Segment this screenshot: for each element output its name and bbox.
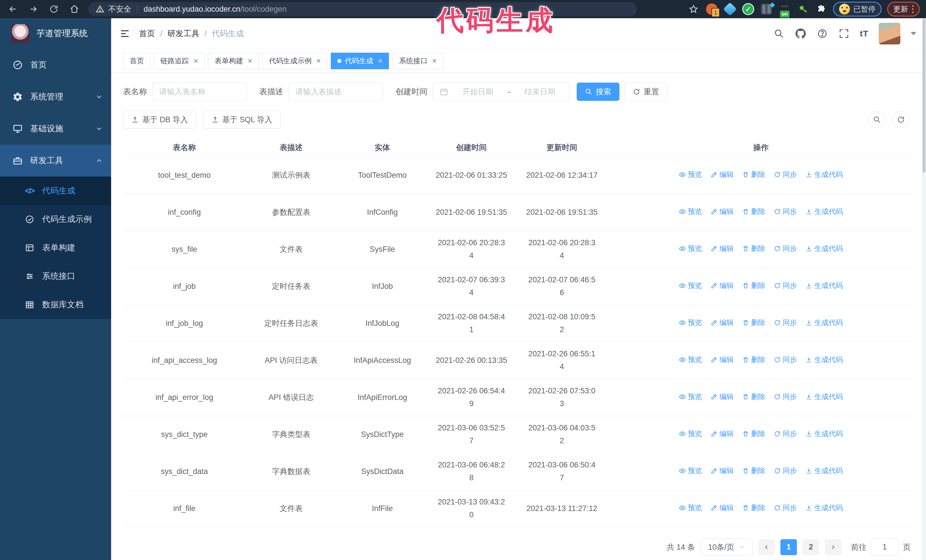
breadcrumb-devtools[interactable]: 研发工具 [168, 28, 200, 39]
prev-page-button[interactable] [758, 539, 775, 555]
table-desc-input[interactable] [288, 83, 383, 101]
delete-action-link[interactable]: 删除 [742, 354, 765, 365]
generate-action-link[interactable]: 生成代码 [805, 169, 843, 180]
close-icon[interactable]: × [248, 57, 252, 65]
sidebar-subitem-codegen-example[interactable]: 代码生成示例 [0, 205, 111, 234]
delete-action-link[interactable]: 删除 [742, 206, 765, 217]
star-icon[interactable] [687, 3, 700, 15]
db-import-button[interactable]: 基于 DB 导入 [123, 110, 196, 129]
close-icon[interactable]: × [378, 57, 382, 65]
chevron-down-icon[interactable] [911, 32, 916, 35]
close-icon[interactable]: × [316, 57, 321, 65]
preview-action-link[interactable]: 预览 [679, 243, 702, 254]
generate-action-link[interactable]: 生成代码 [805, 206, 843, 217]
sidebar-subitem-codegen[interactable]: </>代码生成 [0, 177, 111, 205]
sidebar-item-home[interactable]: 首页 [0, 49, 111, 81]
delete-action-link[interactable]: 删除 [742, 428, 765, 439]
edit-action-link[interactable]: 编辑 [711, 354, 734, 365]
reload-icon[interactable] [47, 3, 61, 16]
sql-import-button[interactable]: 基于 SQL 导入 [203, 110, 281, 129]
goto-page-input[interactable] [871, 539, 898, 556]
preview-action-link[interactable]: 预览 [679, 465, 702, 477]
edit-action-link[interactable]: 编辑 [711, 465, 734, 477]
sync-action-link[interactable]: 同步 [774, 428, 797, 439]
preview-action-link[interactable]: 预览 [679, 317, 702, 328]
generate-action-link[interactable]: 生成代码 [805, 280, 843, 291]
preview-action-link[interactable]: 预览 [679, 428, 702, 439]
update-button[interactable]: 更新 [887, 2, 920, 17]
sync-action-link[interactable]: 同步 [774, 465, 797, 477]
delete-action-link[interactable]: 删除 [742, 391, 765, 403]
check-extension-icon[interactable]: ✓ [742, 3, 755, 15]
key-extension-icon[interactable] [797, 3, 809, 15]
tab-tracing[interactable]: 链路追踪× [154, 53, 204, 69]
tab-codegen[interactable]: 代码生成× [331, 53, 389, 69]
generate-action-link[interactable]: 生成代码 [805, 354, 843, 365]
delete-action-link[interactable]: 删除 [742, 243, 765, 254]
sync-action-link[interactable]: 同步 [774, 502, 797, 513]
adblock-extension-icon[interactable]: 1 [705, 3, 718, 15]
page-button-1[interactable]: 1 [781, 539, 797, 555]
fullscreen-icon[interactable] [838, 28, 850, 39]
tab-form-builder[interactable]: 表单构建× [208, 53, 259, 69]
edit-action-link[interactable]: 编辑 [711, 243, 734, 254]
sync-action-link[interactable]: 同步 [774, 280, 797, 291]
generate-action-link[interactable]: 生成代码 [805, 428, 843, 439]
date-range-picker[interactable]: 开始日期 - 结束日期 [433, 83, 570, 101]
page-button-2[interactable]: 2 [803, 539, 819, 555]
edit-action-link[interactable]: 编辑 [711, 169, 734, 180]
back-icon[interactable] [6, 3, 20, 16]
sync-action-link[interactable]: 同步 [774, 169, 797, 180]
sidebar-subitem-db-doc[interactable]: 数据库文档 [0, 291, 111, 319]
breadcrumb-home[interactable]: 首页 [139, 28, 155, 39]
columns-extension-icon[interactable]: ◆ [760, 3, 773, 15]
scrollbar[interactable] [922, 18, 926, 560]
generate-action-link[interactable]: 生成代码 [805, 317, 843, 328]
github-icon[interactable] [795, 28, 806, 39]
scrollbar-thumb[interactable] [923, 19, 925, 173]
preview-action-link[interactable]: 预览 [679, 391, 702, 403]
sync-action-link[interactable]: 同步 [774, 206, 797, 217]
sync-action-link[interactable]: 同步 [774, 354, 797, 365]
preview-action-link[interactable]: 预览 [679, 280, 702, 291]
sidebar-item-infra[interactable]: 基础设施 [0, 113, 111, 145]
generate-action-link[interactable]: 生成代码 [805, 502, 843, 513]
page-size-select[interactable]: 10条/页 [701, 539, 752, 556]
delete-action-link[interactable]: 删除 [742, 280, 765, 291]
generate-action-link[interactable]: 生成代码 [805, 391, 843, 403]
close-icon[interactable]: × [194, 57, 198, 65]
puzzle-extensions-icon[interactable] [815, 3, 828, 15]
browser-menu-icon[interactable] [912, 5, 914, 13]
edit-action-link[interactable]: 编辑 [711, 280, 734, 291]
close-icon[interactable]: × [432, 57, 436, 65]
table-name-input[interactable] [152, 83, 247, 101]
delete-action-link[interactable]: 删除 [742, 502, 765, 513]
sync-action-link[interactable]: 同步 [774, 391, 797, 403]
tab-system-api[interactable]: 系统接口× [392, 53, 443, 69]
reset-button[interactable]: 重置 [625, 83, 667, 101]
edit-action-link[interactable]: 编辑 [711, 502, 734, 513]
gem-extension-icon[interactable] [724, 3, 736, 15]
edit-action-link[interactable]: 编辑 [711, 428, 734, 439]
help-icon[interactable] [817, 28, 828, 39]
sync-action-link[interactable]: 同步 [774, 317, 797, 328]
edit-action-link[interactable]: 编辑 [711, 317, 734, 328]
delete-action-link[interactable]: 删除 [742, 317, 765, 328]
preview-action-link[interactable]: 预览 [679, 206, 702, 217]
avatar[interactable] [879, 23, 900, 44]
refresh-table-button[interactable] [893, 111, 909, 128]
profile-paused-pill[interactable]: 已暂停 [833, 2, 882, 17]
sidebar-subitem-system-api[interactable]: 系统接口 [0, 262, 111, 291]
tab-codegen-example[interactable]: 代码生成示例× [262, 53, 327, 69]
edit-action-link[interactable]: 编辑 [711, 391, 734, 403]
home-icon[interactable] [68, 3, 81, 16]
tab-home[interactable]: 首页 [123, 53, 150, 69]
delete-action-link[interactable]: 删除 [742, 169, 765, 180]
sidebar-item-devtools[interactable]: 研发工具 [0, 145, 111, 177]
search-button[interactable]: 搜索 [577, 83, 619, 101]
delete-action-link[interactable]: 删除 [742, 465, 765, 477]
preview-action-link[interactable]: 预览 [679, 169, 702, 180]
preview-action-link[interactable]: 预览 [679, 502, 702, 513]
hamburger-icon[interactable] [119, 28, 130, 39]
toggle-search-button[interactable] [869, 111, 885, 128]
